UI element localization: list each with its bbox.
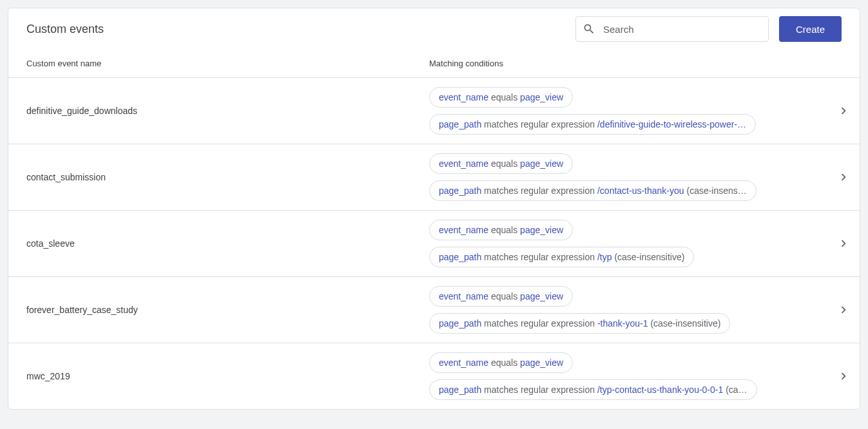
conditions: event_name equals page_viewpage_path mat… bbox=[429, 352, 829, 400]
condition-param: event_name bbox=[439, 225, 488, 235]
table-body: definitive_guide_downloadsevent_name equ… bbox=[8, 78, 860, 409]
condition-chip: event_name equals page_view bbox=[429, 220, 573, 240]
condition-param: page_path bbox=[439, 186, 481, 196]
condition-value: /typ bbox=[597, 252, 612, 262]
column-header-conditions: Matching conditions bbox=[429, 59, 842, 68]
condition-op: equals bbox=[491, 158, 517, 169]
event-name: definitive_guide_downloads bbox=[26, 106, 429, 116]
table-row[interactable]: definitive_guide_downloadsevent_name equ… bbox=[8, 78, 860, 144]
column-header-name: Custom event name bbox=[26, 59, 429, 68]
condition-op: equals bbox=[491, 358, 517, 368]
event-name: cota_sleeve bbox=[26, 238, 429, 249]
chevron-right-icon[interactable] bbox=[836, 303, 851, 317]
condition-suffix: (case-insensitive) bbox=[612, 252, 685, 262]
table-row[interactable]: cota_sleeveevent_name equals page_viewpa… bbox=[8, 211, 860, 277]
chevron-right-icon[interactable] bbox=[836, 104, 851, 118]
condition-op: equals bbox=[491, 225, 517, 235]
condition-op: equals bbox=[491, 291, 517, 301]
condition-value: page_view bbox=[520, 225, 563, 235]
condition-op: matches regular expression bbox=[484, 186, 595, 196]
condition-op: matches regular expression bbox=[484, 385, 595, 395]
condition-value: -thank-you-1 bbox=[597, 318, 648, 329]
conditions: event_name equals page_viewpage_path mat… bbox=[429, 87, 829, 135]
condition-value: page_view bbox=[520, 92, 563, 102]
condition-value: page_view bbox=[520, 291, 563, 301]
condition-chip: page_path matches regular expression /ty… bbox=[429, 379, 757, 400]
event-name: contact_submission bbox=[26, 172, 429, 182]
condition-op: matches regular expression bbox=[484, 119, 595, 129]
card-header: Custom events Create bbox=[8, 8, 860, 47]
event-name: forever_battery_case_study bbox=[26, 305, 429, 315]
condition-param: page_path bbox=[439, 252, 481, 262]
chevron-right-icon[interactable] bbox=[836, 170, 851, 184]
condition-value: page_view bbox=[520, 358, 563, 368]
condition-chip: event_name equals page_view bbox=[429, 352, 573, 373]
table-header: Custom event name Matching conditions bbox=[8, 47, 860, 78]
condition-value: /contact-us-thank-you bbox=[597, 186, 684, 196]
condition-param: event_name bbox=[439, 92, 488, 102]
condition-param: page_path bbox=[439, 119, 481, 129]
condition-param: page_path bbox=[439, 385, 481, 395]
condition-suffix: (case-insensitive) bbox=[648, 318, 721, 329]
condition-op: matches regular expression bbox=[484, 252, 595, 262]
condition-param: event_name bbox=[439, 158, 488, 169]
condition-op: matches regular expression bbox=[484, 318, 595, 329]
conditions: event_name equals page_viewpage_path mat… bbox=[429, 153, 829, 201]
condition-chip: event_name equals page_view bbox=[429, 286, 573, 307]
search-icon bbox=[583, 23, 595, 35]
condition-chip: page_path matches regular expression /ty… bbox=[429, 247, 694, 267]
condition-param: event_name bbox=[439, 358, 488, 368]
chevron-right-icon[interactable] bbox=[836, 236, 851, 251]
search-box[interactable] bbox=[575, 16, 769, 42]
search-input[interactable] bbox=[602, 23, 762, 35]
condition-suffix: (case-insens… bbox=[684, 186, 747, 196]
condition-value: /definitive-guide-to-wireless-power-… bbox=[597, 119, 746, 129]
condition-chip: event_name equals page_view bbox=[429, 87, 573, 108]
condition-chip: page_path matches regular expression /co… bbox=[429, 180, 757, 201]
create-button[interactable]: Create bbox=[779, 16, 842, 42]
chevron-right-icon[interactable] bbox=[836, 369, 851, 383]
condition-param: event_name bbox=[439, 291, 488, 301]
condition-value: /typ-contact-us-thank-you-0-0-1 bbox=[597, 385, 723, 395]
condition-chip: event_name equals page_view bbox=[429, 153, 573, 174]
condition-suffix: (ca… bbox=[723, 385, 747, 395]
table-row[interactable]: mwc_2019event_name equals page_viewpage_… bbox=[8, 343, 860, 409]
conditions: event_name equals page_viewpage_path mat… bbox=[429, 220, 829, 267]
table-row[interactable]: contact_submissionevent_name equals page… bbox=[8, 144, 860, 211]
condition-chip: page_path matches regular expression /de… bbox=[429, 114, 756, 135]
event-name: mwc_2019 bbox=[26, 371, 429, 381]
conditions: event_name equals page_viewpage_path mat… bbox=[429, 286, 829, 334]
condition-param: page_path bbox=[439, 318, 481, 329]
condition-chip: page_path matches regular expression -th… bbox=[429, 313, 730, 334]
table-row[interactable]: forever_battery_case_studyevent_name equ… bbox=[8, 277, 860, 343]
custom-events-card: Custom events Create Custom event name M… bbox=[8, 8, 860, 410]
condition-value: page_view bbox=[520, 158, 563, 169]
page-title: Custom events bbox=[26, 23, 575, 36]
condition-op: equals bbox=[491, 92, 517, 102]
